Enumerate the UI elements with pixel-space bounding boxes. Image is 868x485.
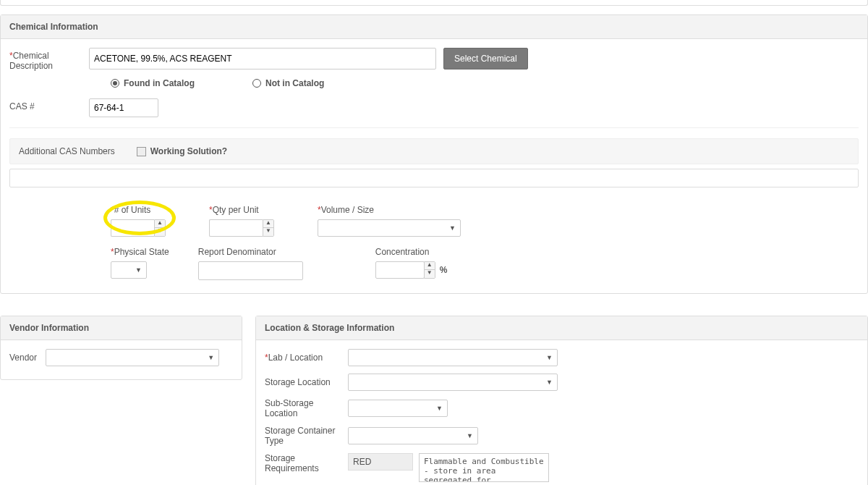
physical-state-label: *Physical State [111, 247, 169, 257]
vendor-information-panel: Vendor Information Vendor ▼ [0, 316, 242, 380]
concentration-label: Concentration [375, 247, 448, 257]
chevron-down-icon: ▼ [208, 354, 214, 361]
location-storage-header: Location & Storage Information [256, 316, 867, 340]
storage-requirements-text[interactable] [419, 453, 549, 482]
chemical-description-input[interactable] [89, 48, 436, 69]
chevron-down-icon: ▼ [467, 432, 473, 439]
conc-down-icon[interactable]: ▼ [425, 270, 435, 278]
qty-per-unit-label: *Qty per Unit [209, 205, 274, 215]
previous-panel-stub [0, 0, 868, 6]
concentration-unit: % [440, 265, 448, 275]
cas-number-label: CAS # [9, 98, 89, 111]
report-denominator-label: Report Denominator [198, 247, 303, 257]
chemical-description-label: *Chemical Description [9, 48, 89, 71]
qty-down-icon[interactable]: ▼ [263, 228, 273, 236]
concentration-input[interactable] [375, 261, 425, 279]
additional-cas-bar: Additional CAS Numbers Working Solution? [9, 138, 859, 164]
radio-icon [252, 79, 261, 88]
working-solution-label: Working Solution? [150, 146, 227, 156]
num-units-label: *# of Units [111, 205, 166, 215]
storage-requirements-code: RED [348, 453, 413, 471]
sub-storage-location-select[interactable]: ▼ [348, 400, 448, 417]
not-in-catalog-radio[interactable]: Not in Catalog [252, 78, 324, 88]
volume-size-label: *Volume / Size [318, 205, 461, 215]
cas-number-input[interactable] [89, 98, 158, 117]
working-solution-checkbox[interactable] [137, 147, 146, 156]
storage-location-label: Storage Location [265, 377, 348, 387]
num-units-down-icon[interactable]: ▼ [155, 228, 165, 236]
chemical-info-header: Chemical Information [1, 15, 867, 39]
physical-state-select[interactable]: ▼ [111, 261, 147, 279]
sub-storage-location-label: Sub-Storage Location [265, 398, 348, 418]
report-denominator-input[interactable] [198, 261, 303, 280]
chevron-down-icon: ▼ [436, 405, 443, 412]
lab-location-select[interactable]: ▼ [348, 349, 558, 366]
chevron-down-icon: ▼ [135, 266, 142, 274]
additional-cas-input[interactable] [9, 169, 859, 187]
additional-cas-label: Additional CAS Numbers [19, 146, 115, 156]
vendor-select[interactable]: ▼ [46, 349, 219, 366]
storage-container-type-label: Storage Container Type [265, 426, 348, 446]
select-chemical-button[interactable]: Select Chemical [443, 48, 528, 69]
vendor-info-header: Vendor Information [1, 316, 242, 340]
chemical-information-panel: Chemical Information *Chemical Descripti… [0, 14, 868, 294]
qty-per-unit-input[interactable] [209, 219, 263, 237]
separator [9, 127, 859, 128]
chevron-down-icon: ▼ [546, 379, 553, 386]
vendor-label: Vendor [9, 353, 37, 363]
location-storage-panel: Location & Storage Information *Lab / Lo… [255, 316, 868, 485]
lab-location-label: *Lab / Location [265, 353, 348, 363]
volume-size-select[interactable]: ▼ [318, 219, 461, 237]
storage-location-select[interactable]: ▼ [348, 374, 558, 391]
chevron-down-icon: ▼ [449, 224, 456, 232]
chevron-down-icon: ▼ [546, 354, 553, 361]
storage-requirements-label: Storage Requirements [265, 453, 348, 473]
radio-icon [111, 79, 119, 88]
storage-container-type-select[interactable]: ▼ [348, 427, 478, 444]
num-units-input[interactable] [111, 219, 154, 237]
found-in-catalog-radio[interactable]: Found in Catalog [111, 78, 195, 88]
